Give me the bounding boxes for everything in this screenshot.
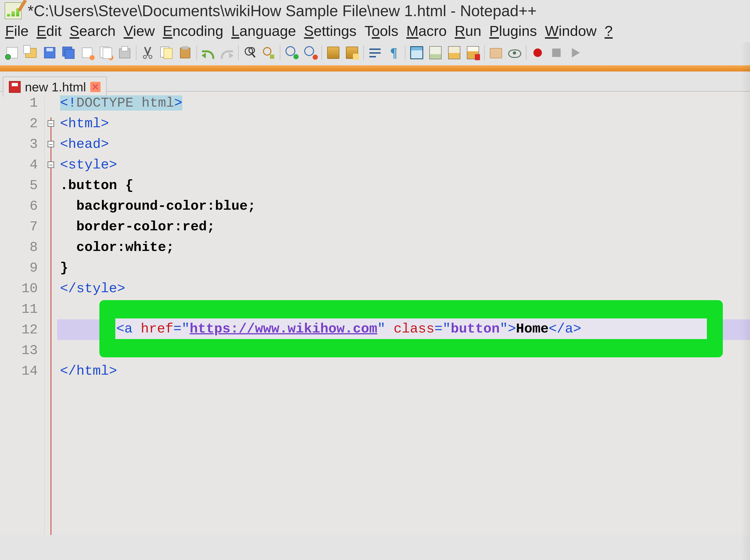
folder-workspace-button[interactable]	[488, 44, 505, 61]
copy-button[interactable]	[158, 44, 175, 61]
line-number: 13	[0, 340, 44, 361]
code-line[interactable]: <head>	[57, 134, 750, 155]
menu-help[interactable]: ?	[605, 22, 613, 39]
find-replace-button[interactable]	[260, 44, 277, 61]
menu-settings[interactable]: Settings	[304, 22, 356, 39]
line-number: 6	[0, 196, 44, 216]
zoom-out-button[interactable]	[302, 44, 319, 61]
toolbar-separator	[136, 45, 136, 60]
new-file-button[interactable]	[4, 44, 21, 61]
close-button[interactable]	[79, 44, 96, 61]
line-number: 5	[0, 175, 44, 196]
monitoring-button[interactable]	[506, 44, 523, 61]
line-number-gutter: 1 2 3 4 5 6 7 8 9 10 11 12 13 14	[0, 92, 44, 535]
menu-plugins[interactable]: Plugins	[489, 22, 537, 39]
menu-run[interactable]: Run	[455, 22, 481, 39]
toolbar-separator	[526, 45, 527, 60]
undo-button[interactable]	[200, 44, 217, 61]
save-all-button[interactable]	[60, 44, 77, 61]
menu-edit[interactable]: Edit	[37, 22, 62, 39]
app-icon	[5, 2, 22, 19]
code-line[interactable]: <style>	[57, 155, 750, 175]
save-button[interactable]	[41, 44, 58, 61]
line-number: 10	[0, 278, 44, 299]
tab-strip-accent	[0, 65, 750, 72]
code-line[interactable]: }	[57, 258, 750, 278]
code-line[interactable]	[57, 299, 750, 319]
menu-encoding[interactable]: Encoding	[163, 22, 223, 39]
toolbar-separator	[484, 45, 485, 60]
fold-toggle-icon[interactable]	[47, 141, 54, 147]
code-line[interactable]: .button {	[57, 175, 750, 196]
word-wrap-button[interactable]	[367, 44, 383, 61]
record-macro-button[interactable]	[529, 44, 546, 61]
line-number: 14	[0, 361, 44, 381]
find-button[interactable]	[241, 44, 258, 61]
tab-strip: new 1.html ✕	[0, 65, 750, 91]
code-line[interactable]: </html>	[57, 361, 750, 381]
code-line[interactable]: border-color:red;	[57, 216, 750, 237]
menu-window[interactable]: Window	[545, 22, 597, 39]
toolbar-separator	[238, 45, 239, 60]
line-number: 4	[0, 155, 44, 175]
zoom-in-button[interactable]	[283, 44, 300, 61]
line-number: 3	[0, 134, 44, 155]
fold-toggle-icon[interactable]	[47, 161, 54, 168]
window-title: *C:\Users\Steve\Documents\wikiHow Sample…	[28, 2, 537, 20]
doc-switcher-button[interactable]	[465, 44, 481, 61]
menu-language[interactable]: Language	[231, 22, 296, 39]
toolbar-separator	[196, 45, 197, 60]
play-macro-button[interactable]	[567, 44, 584, 61]
title-bar: *C:\Users\Steve\Documents\wikiHow Sample…	[0, 0, 750, 22]
stop-macro-button[interactable]	[548, 44, 565, 61]
menu-macro[interactable]: Macro	[407, 22, 447, 39]
toolbar-separator	[280, 45, 280, 60]
menu-view[interactable]: View	[123, 22, 155, 39]
line-number: 11	[0, 299, 44, 319]
code-line[interactable]: background-color:blue;	[57, 196, 750, 216]
sync-h-button[interactable]	[343, 44, 360, 61]
toolbar-separator	[363, 45, 364, 60]
code-line[interactable]: </style>	[57, 278, 750, 299]
line-number: 2	[0, 113, 44, 134]
code-line[interactable]: <!DOCTYPE html>	[57, 93, 750, 113]
right-edge-shadow	[741, 42, 750, 560]
line-number: 9	[0, 258, 44, 278]
toolbar-separator	[405, 45, 406, 60]
show-symbols-button[interactable]: ¶	[385, 44, 402, 61]
close-all-button[interactable]	[98, 44, 114, 61]
indent-guide-button[interactable]	[408, 44, 425, 61]
menu-file[interactable]: File	[5, 22, 28, 39]
line-number: 8	[0, 237, 44, 258]
fold-gutter	[44, 92, 57, 535]
unsaved-indicator-icon	[9, 81, 21, 93]
paste-button[interactable]	[177, 44, 194, 61]
function-list-button[interactable]	[427, 44, 444, 61]
menu-tools[interactable]: Tools	[364, 22, 398, 39]
code-line-highlighted[interactable]: <a href="https://www.wikihow.com" class=…	[115, 318, 707, 339]
fold-toggle-icon[interactable]	[47, 120, 54, 127]
toolbar-separator	[321, 45, 322, 60]
menu-search[interactable]: Search	[70, 22, 116, 39]
menu-bar: File Edit Search View Encoding Language …	[0, 22, 750, 43]
line-number: 7	[0, 216, 44, 237]
toolbar: ¶	[0, 43, 750, 65]
sync-v-button[interactable]	[325, 44, 342, 61]
code-line[interactable]: <html>	[57, 113, 750, 134]
code-area[interactable]: <!DOCTYPE html> <html> <head> <style> .b…	[57, 92, 750, 535]
code-line[interactable]: color:white;	[57, 237, 750, 258]
redo-button[interactable]	[218, 44, 235, 61]
cut-button[interactable]	[139, 44, 156, 61]
doc-map-button[interactable]	[446, 44, 463, 61]
line-number: 12	[0, 319, 44, 340]
tab-close-icon[interactable]: ✕	[90, 82, 101, 92]
code-line[interactable]	[57, 340, 750, 361]
open-file-button[interactable]	[22, 44, 39, 61]
print-button[interactable]	[116, 44, 133, 61]
editor: 1 2 3 4 5 6 7 8 9 10 11 12 13 14 <!DOCTY…	[0, 91, 750, 535]
